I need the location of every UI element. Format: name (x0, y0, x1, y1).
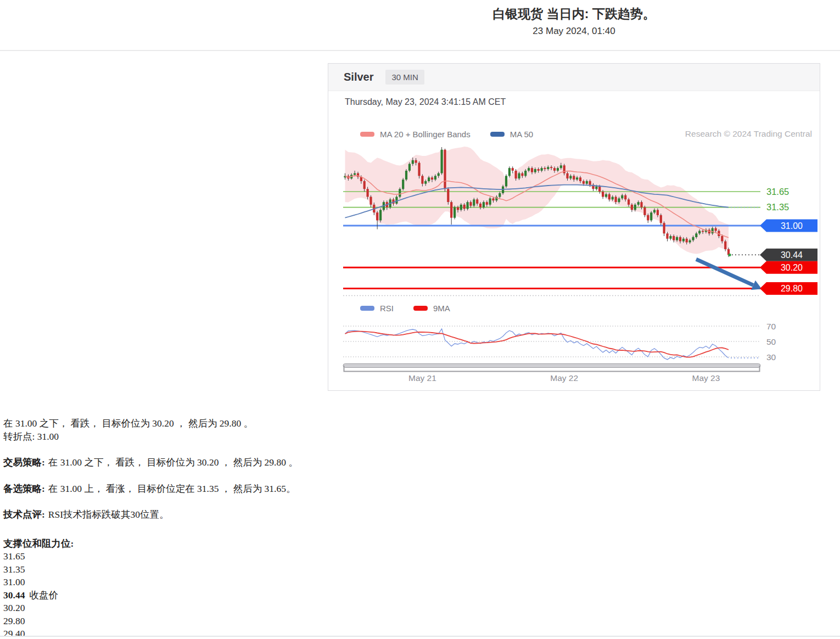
summary-line: 在 31.00 之下， 看跌， 目标价位为 30.20 ， 然后为 29.80 … (3, 418, 253, 429)
alt-strategy-paragraph: 备选策略:在 31.00 上， 看涨， 目标价位定在 31.35 ， 然后为 3… (3, 483, 519, 496)
last-price-dot (728, 254, 731, 256)
chart-card-header: Silver 30 MIN (328, 64, 820, 91)
rsi-ma-legend-label: 9MA (433, 304, 450, 313)
tech-comment-text: RSI技术指标跌破其30位置。 (48, 509, 169, 520)
last-price-value: 30.44 (3, 590, 25, 601)
rsi-guide-label: 50 (766, 337, 776, 346)
level-value: 29.80 (3, 615, 519, 628)
header-divider (0, 50, 840, 51)
price-badge-label: 30.20 (781, 263, 803, 272)
level-value: 30.20 (3, 602, 519, 615)
level-value: 31.35 (3, 563, 519, 576)
symbol-name: Silver (344, 71, 373, 83)
report-summary: 在 31.00 之下， 看跌， 目标价位为 30.20 ， 然后为 29.80 … (3, 417, 519, 443)
price-badge-label: 31.00 (781, 221, 803, 231)
footer-divider (0, 636, 840, 637)
page-title: 白银现货 当日内: 下跌趋势。 (328, 5, 820, 22)
ma20-bollinger-legend-label: MA 20 + Bollinger Bands (380, 130, 471, 139)
alt-strategy-label: 备选策略: (3, 483, 45, 494)
analysis-report: 在 31.00 之下， 看跌， 目标价位为 30.20 ， 然后为 29.80 … (3, 417, 519, 639)
chart-scrollbar[interactable] (343, 364, 760, 368)
chart-timestamp: Thursday, May 23, 2024 3:41:15 AM CET (345, 97, 506, 107)
price-badge-label: 29.80 (781, 284, 803, 293)
rsi-ma-line (345, 332, 729, 357)
level-value: 31.65 (3, 550, 519, 563)
x-axis-label: May 21 (408, 373, 436, 383)
rsi-legend: RSI 9MA (360, 304, 470, 313)
pivot-line: 转折点: 31.00 (3, 431, 59, 442)
ma20-bollinger-legend-swatch (360, 132, 374, 137)
rsi-guide-label: 30 (766, 352, 776, 362)
rsi-legend-swatch (360, 306, 374, 311)
rsi-legend-label: RSI (380, 304, 394, 313)
interval-badge: 30 MIN (385, 70, 424, 85)
price-chart: 31.6531.3531.0030.4430.2029.80 (328, 138, 820, 302)
ma50-legend-swatch (490, 132, 505, 137)
trade-strategy-label: 交易策略: (3, 457, 45, 468)
rsi-guide-label: 70 (766, 322, 776, 331)
price-badge-label: 30.44 (781, 250, 803, 260)
level-value: 29.40 (3, 627, 519, 639)
support-resistance-block: 支撑位和阻力位: 31.65 31.35 31.00 30.44收盘价 30.2… (3, 537, 519, 639)
alt-strategy-text: 在 31.00 上， 看涨， 目标价位定在 31.35 ， 然后为 31.65。 (48, 483, 296, 494)
rsi-ma-legend-swatch (413, 306, 428, 311)
rsi-chart: 705030May 21May 22May 23 (328, 314, 820, 384)
trend-arrow-shaft (696, 259, 753, 285)
last-price-row: 30.44收盘价 (3, 589, 519, 602)
tech-comment-paragraph: 技术点评:RSI技术指标跌破其30位置。 (3, 508, 519, 522)
trade-strategy-paragraph: 交易策略:在 31.00 之下， 看跌， 目标价位为 30.20 ， 然后为 2… (3, 456, 519, 469)
last-price-suffix: 收盘价 (29, 590, 58, 601)
trade-strategy-text: 在 31.00 之下， 看跌， 目标价位为 30.20 ， 然后为 29.80 … (48, 457, 298, 468)
page-header: 白银现货 当日内: 下跌趋势。 23 May 2024, 01:40 (328, 5, 820, 37)
level-label: 31.35 (766, 202, 789, 212)
x-axis-label: May 22 (550, 373, 578, 383)
report-date: 23 May 2024, 01:40 (328, 26, 820, 37)
chart-card: Silver 30 MIN Thursday, May 23, 2024 3:4… (328, 63, 820, 391)
level-value: 31.00 (3, 576, 519, 589)
ma50-legend-label: MA 50 (510, 130, 534, 139)
support-resistance-heading: 支撑位和阻力位: (3, 538, 74, 549)
x-axis-label: May 23 (692, 373, 720, 383)
level-label: 31.65 (766, 187, 789, 197)
tech-comment-label: 技术点评: (3, 509, 45, 520)
